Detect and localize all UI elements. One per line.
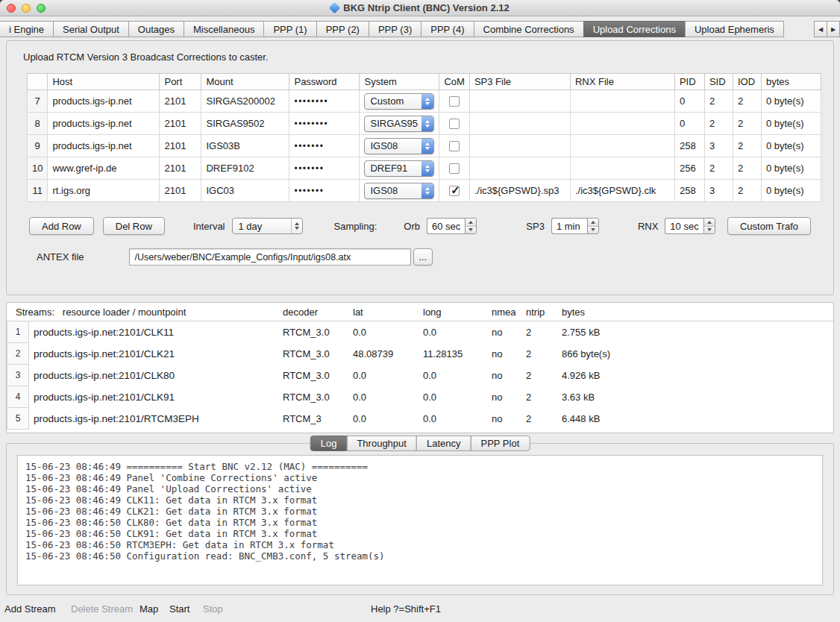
sp3-header: SP3 File: [469, 74, 570, 90]
system-dropdown[interactable]: IGS08: [364, 183, 434, 199]
pid-cell: 0: [674, 113, 704, 135]
stream-row[interactable]: 5 products.igs-ip.net:2101/RTCM3EPH RTCM…: [7, 408, 833, 430]
map-button[interactable]: Map: [140, 603, 158, 615]
sp3-file-cell[interactable]: [469, 135, 570, 157]
decoder-cell: RTCM_3.0: [283, 370, 353, 381]
tab-outages[interactable]: Outages: [128, 21, 184, 37]
password-cell[interactable]: •••••••: [289, 135, 360, 157]
log-line: 15-06-23 08:46:49 ========== Start BNC v…: [25, 461, 815, 472]
tab-combine-corrections[interactable]: Combine Corrections: [474, 21, 584, 37]
tab-ppp-1[interactable]: PPP (1): [263, 21, 316, 37]
system-dropdown[interactable]: Custom: [364, 93, 434, 110]
del-row-button[interactable]: Del Row: [103, 217, 165, 235]
tab-upload-ephemeris[interactable]: Upload Ephemeris: [685, 21, 784, 37]
com-checkbox[interactable]: [449, 186, 460, 196]
com-checkbox[interactable]: [449, 119, 460, 129]
host-cell[interactable]: products.igs-ip.net: [48, 90, 160, 113]
system-dropdown[interactable]: IGS08: [364, 138, 434, 154]
sp3-file-cell[interactable]: [469, 90, 570, 113]
decoder-cell: RTCM_3.0: [283, 327, 353, 338]
com-checkbox[interactable]: [449, 163, 460, 174]
port-cell[interactable]: 2101: [160, 90, 201, 113]
tab-engine[interactable]: i Engine: [0, 21, 54, 37]
custom-trafo-button[interactable]: Custom Trafo: [727, 217, 811, 235]
tab-scroll-left-icon[interactable]: ◀: [814, 21, 827, 37]
host-cell[interactable]: products.igs-ip.net: [48, 113, 160, 135]
streams-mountpoint-header: Streams: resource loader / mountpoint: [7, 307, 283, 318]
tab-throughput[interactable]: Throughput: [346, 436, 417, 451]
stream-row[interactable]: 1 products.igs-ip.net:2101/CLK11 RTCM_3.…: [7, 321, 833, 343]
tab-upload-corrections[interactable]: Upload Corrections: [583, 21, 686, 37]
upload-table-header: Host Port Mount Password System CoM SP3 …: [28, 74, 821, 90]
add-row-button[interactable]: Add Row: [29, 217, 94, 235]
stream-row[interactable]: 2 products.igs-ip.net:2101/CLK21 RTCM_3.…: [7, 343, 833, 365]
row-number: 5: [7, 408, 29, 430]
interval-dropdown[interactable]: 1 day: [232, 218, 303, 234]
tab-ppp-4[interactable]: PPP (4): [421, 21, 474, 37]
host-cell[interactable]: products.igs-ip.net: [48, 135, 160, 157]
sid-header: SID: [704, 74, 733, 90]
host-cell[interactable]: www.gref-ip.de: [48, 157, 160, 180]
table-row[interactable]: 11 rt.igs.org 2101 IGC03 ••••••• IGS08 .…: [28, 180, 821, 202]
start-button[interactable]: Start: [169, 603, 189, 615]
tab-serial-output[interactable]: Serial Output: [53, 21, 129, 37]
mount-cell[interactable]: DREF9102: [201, 157, 289, 180]
port-cell[interactable]: 2101: [160, 113, 201, 135]
mount-cell[interactable]: IGS03B: [201, 135, 289, 157]
stream-row[interactable]: 4 products.igs-ip.net:2101/CLK91 RTCM_3.…: [7, 386, 833, 408]
tab-ppp-3[interactable]: PPP (3): [369, 21, 421, 37]
sp3-file-cell[interactable]: ./ic3${GPSWD}.sp3: [469, 180, 570, 202]
com-checkbox[interactable]: [449, 141, 460, 151]
rnx-file-cell[interactable]: [570, 157, 674, 180]
tab-ppp-plot[interactable]: PPP Plot: [470, 436, 530, 451]
password-cell[interactable]: ••••••••: [289, 113, 360, 135]
port-cell[interactable]: 2101: [160, 180, 201, 202]
tab-miscellaneous[interactable]: Miscellaneous: [184, 21, 264, 37]
table-row[interactable]: 7 products.igs-ip.net 2101 SIRGAS200002 …: [28, 90, 821, 113]
sp3-file-cell[interactable]: [469, 113, 570, 135]
rnx-file-cell[interactable]: [570, 90, 674, 113]
iod-cell: 2: [733, 113, 761, 135]
com-checkbox[interactable]: [449, 96, 460, 107]
sp3-sampling-spinner[interactable]: 1 min: [551, 218, 599, 234]
rnx-file-cell[interactable]: [570, 113, 674, 135]
iod-header: IOD: [733, 74, 761, 90]
table-row[interactable]: 9 products.igs-ip.net 2101 IGS03B ••••••…: [28, 135, 821, 157]
tab-scroll-right-icon[interactable]: ▶: [827, 21, 840, 37]
rnx-file-cell[interactable]: [570, 135, 674, 157]
port-cell[interactable]: 2101: [160, 157, 201, 180]
password-cell[interactable]: •••••••: [289, 180, 360, 202]
orb-sampling-spinner[interactable]: 60 sec: [427, 218, 477, 234]
table-row[interactable]: 8 products.igs-ip.net 2101 SIRGAS9502 ••…: [28, 113, 821, 135]
antex-browse-button[interactable]: ...: [413, 248, 433, 266]
add-stream-button[interactable]: Add Stream: [4, 603, 56, 615]
table-row[interactable]: 10 www.gref-ip.de 2101 DREF9102 ••••••• …: [28, 157, 821, 180]
sp3-file-cell[interactable]: [469, 157, 570, 180]
decoder-cell: RTCM_3.0: [283, 392, 353, 403]
tab-log[interactable]: Log: [310, 436, 348, 451]
antex-file-input[interactable]: /Users/weber/BNC/Example_Configs/Input/i…: [129, 248, 411, 266]
host-cell[interactable]: rt.igs.org: [48, 180, 160, 202]
long-cell: 11.28135: [423, 348, 492, 359]
mount-cell[interactable]: SIRGAS9502: [201, 113, 289, 135]
rnx-file-cell[interactable]: ./ic3${GPSWD}.clk: [570, 180, 674, 202]
rnx-sampling-spinner[interactable]: 10 sec: [665, 218, 715, 234]
stop-button: Stop: [203, 603, 223, 615]
port-cell[interactable]: 2101: [160, 135, 201, 157]
bytes-cell: 0 byte(s): [761, 135, 821, 157]
mount-header: Mount: [201, 74, 289, 90]
mount-cell[interactable]: IGC03: [201, 180, 289, 202]
system-dropdown[interactable]: SIRGAS95: [364, 116, 434, 132]
stream-row[interactable]: 3 products.igs-ip.net:2101/CLK80 RTCM_3.…: [7, 365, 833, 386]
password-cell[interactable]: •••••••: [289, 157, 360, 180]
row-number: 7: [28, 90, 48, 113]
system-dropdown[interactable]: DREF91: [364, 160, 434, 177]
bytes-header: bytes: [761, 74, 821, 90]
password-cell[interactable]: ••••••••: [289, 90, 360, 113]
help-shortcut-label[interactable]: Help ?=Shift+F1: [371, 603, 441, 615]
tab-ppp-2[interactable]: PPP (2): [316, 21, 369, 37]
log-output: 15-06-23 08:46:49 ========== Start BNC v…: [17, 455, 823, 585]
tab-latency[interactable]: Latency: [416, 436, 471, 451]
upload-table: Host Port Mount Password System CoM SP3 …: [27, 73, 821, 202]
mount-cell[interactable]: SIRGAS200002: [201, 90, 289, 113]
